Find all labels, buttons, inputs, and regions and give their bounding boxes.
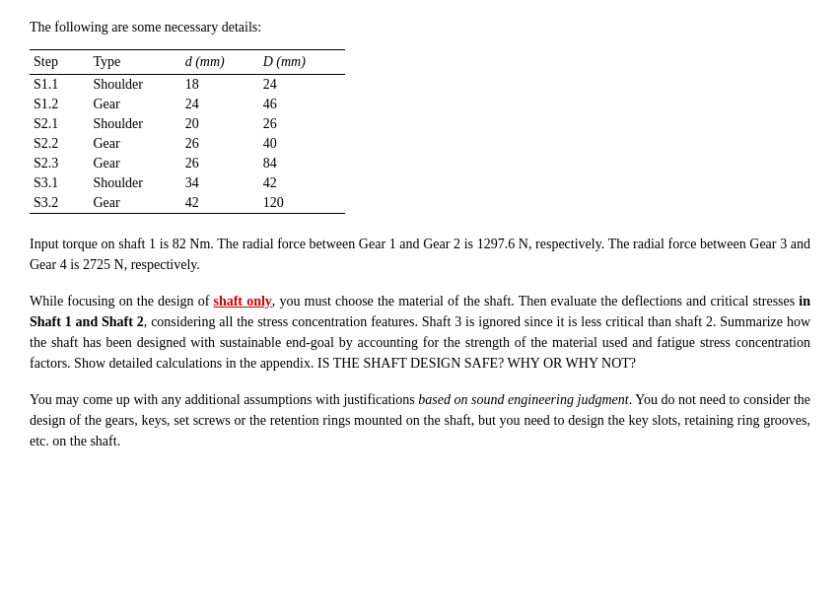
table-cell-2-2: 20 xyxy=(185,114,263,134)
table-row: S3.1Shoulder3442 xyxy=(30,173,345,193)
col-header-d-small: d (mm) xyxy=(185,50,263,75)
table-cell-1-2: 24 xyxy=(185,95,263,114)
paragraph1: Input torque on shaft 1 is 82 Nm. The ra… xyxy=(30,234,810,275)
table-cell-4-1: Gear xyxy=(93,154,184,173)
table-cell-2-3: 26 xyxy=(263,114,345,134)
table-cell-6-0: S3.2 xyxy=(30,193,93,214)
table-row: S3.2Gear42120 xyxy=(30,193,345,214)
paragraph3-prefix: You may come up with any additional assu… xyxy=(30,392,418,407)
table-cell-3-1: Gear xyxy=(93,134,184,154)
table-cell-4-3: 84 xyxy=(263,154,345,173)
table-row: S2.3Gear2684 xyxy=(30,154,345,173)
table-row: S1.1Shoulder1824 xyxy=(30,75,345,96)
table-cell-0-2: 18 xyxy=(185,75,263,96)
table-cell-0-0: S1.1 xyxy=(30,75,93,96)
table-row: S2.1Shoulder2026 xyxy=(30,114,345,134)
table-cell-3-2: 26 xyxy=(185,134,263,154)
table-header-row: Step Type d (mm) D (mm) xyxy=(30,50,345,75)
table-cell-1-3: 46 xyxy=(263,95,345,114)
table-cell-2-1: Shoulder xyxy=(93,114,184,134)
col-header-type: Type xyxy=(93,50,184,75)
table-cell-6-2: 42 xyxy=(185,193,263,214)
table-cell-0-3: 24 xyxy=(263,75,345,96)
shaft-only-highlight: shaft only xyxy=(213,294,271,308)
table-cell-2-0: S2.1 xyxy=(30,114,93,134)
table-cell-5-2: 34 xyxy=(185,173,263,193)
col-header-step: Step xyxy=(30,50,93,75)
table-cell-6-3: 120 xyxy=(263,193,345,214)
shaft-table: Step Type d (mm) D (mm) S1.1Shoulder1824… xyxy=(30,49,345,214)
table-row: S2.2Gear2640 xyxy=(30,134,345,154)
table-row: S1.2Gear2446 xyxy=(30,95,345,114)
paragraph3-italic-1: based on sound engineering judgment xyxy=(418,392,628,407)
table-cell-4-0: S2.3 xyxy=(30,154,93,173)
table-cell-0-1: Shoulder xyxy=(93,75,184,96)
paragraph3: You may come up with any additional assu… xyxy=(30,389,810,451)
col-header-d-large: D (mm) xyxy=(263,50,345,75)
intro-text: The following are some necessary details… xyxy=(30,20,810,35)
table-cell-3-0: S2.2 xyxy=(30,134,93,154)
paragraph2: While focusing on the design of shaft on… xyxy=(30,291,810,374)
paragraph2-after-highlight: , you must choose the material of the sh… xyxy=(272,294,799,308)
table-cell-5-1: Shoulder xyxy=(93,173,184,193)
paragraph2-before-highlight: While focusing on the design of xyxy=(30,294,213,308)
table-cell-1-1: Gear xyxy=(93,95,184,114)
table-cell-5-0: S3.1 xyxy=(30,173,93,193)
table-cell-4-2: 26 xyxy=(185,154,263,173)
paragraph2-rest: , considering all the stress concentrati… xyxy=(30,314,810,371)
table-cell-1-0: S1.2 xyxy=(30,95,93,114)
table-cell-6-1: Gear xyxy=(93,193,184,214)
table-cell-3-3: 40 xyxy=(263,134,345,154)
table-cell-5-3: 42 xyxy=(263,173,345,193)
